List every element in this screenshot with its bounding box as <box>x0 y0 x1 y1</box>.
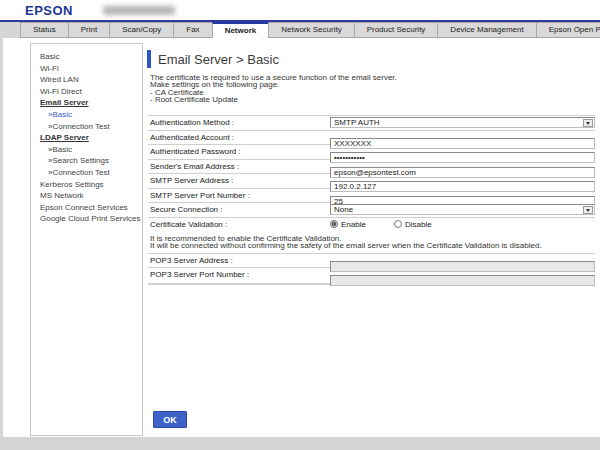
form-row-authenticated-password: Authenticated Password : <box>148 144 595 159</box>
sidebar-item-google-cloud-print-services[interactable]: Google Cloud Print Services <box>31 213 142 225</box>
tab-product-security[interactable]: Product Security <box>354 22 439 38</box>
sender-email-label: Sender's Email Address : <box>148 162 330 171</box>
tab-device-management[interactable]: Device Management <box>437 22 536 38</box>
epson-logo: EPSON <box>25 3 73 18</box>
sidebar-section-ldap-server[interactable]: LDAP Server <box>31 132 142 144</box>
form-row-sender-email: Sender's Email Address : <box>148 159 595 174</box>
chevron-down-icon[interactable] <box>583 119 593 127</box>
tab-epson-open-platform[interactable]: Epson Open Platform <box>536 22 600 38</box>
intro-line: - Root Certificate Update <box>150 96 397 103</box>
sidebar-item-ldap-search-settings[interactable]: »Search Settings <box>31 155 142 167</box>
secure-connection-select[interactable]: None <box>330 204 595 215</box>
form-row-certificate-validation: Certificate Validation : Enable Disable <box>148 217 595 232</box>
ok-button[interactable]: OK <box>153 411 187 428</box>
intro-text: The certificate is required to use a sec… <box>150 74 397 103</box>
certificate-validation-label: Certificate Validation : <box>148 220 330 229</box>
disable-radio-label: Disable <box>405 220 432 229</box>
sidebar-item-wired-lan[interactable]: Wired LAN <box>31 74 142 86</box>
enable-radio-label: Enable <box>341 220 366 229</box>
authentication-method-value: SMTP AUTH <box>334 118 380 127</box>
tab-network-security[interactable]: Network Security <box>268 22 354 38</box>
smtp-port-label: SMTP Server Port Number : <box>148 191 330 200</box>
certificate-validation-disable-option[interactable]: Disable <box>394 220 432 229</box>
pop3-address-label: POP3 Server Address : <box>148 256 330 265</box>
tab-status[interactable]: Status <box>20 22 69 38</box>
title-accent-bar <box>147 50 151 68</box>
sidebar-item-basic[interactable]: Basic <box>31 51 142 63</box>
tab-bar: Status Print Scan/Copy Fax Network Netwo… <box>0 22 600 38</box>
sidebar-section-email-server[interactable]: Email Server <box>31 97 142 109</box>
sidebar-item-email-server-basic[interactable]: »Basic <box>31 109 142 121</box>
pop3-port-label: POP3 Server Port Number : <box>148 270 330 279</box>
sidebar-item-ldap-connection-test[interactable]: »Connection Test <box>31 167 142 179</box>
sidebar-item-ldap-basic[interactable]: »Basic <box>31 144 142 156</box>
disable-radio[interactable] <box>394 220 402 228</box>
certificate-validation-radio-group: Enable Disable <box>330 219 595 230</box>
tab-network[interactable]: Network <box>212 22 270 38</box>
certificate-validation-enable-option[interactable]: Enable <box>330 220 366 229</box>
authenticated-account-label: Authenticated Account : <box>148 133 330 142</box>
authentication-method-label: Authentication Method : <box>148 118 330 127</box>
sidebar-item-epson-connect-services[interactable]: Epson Connect Services <box>31 202 142 214</box>
left-margin <box>0 38 3 450</box>
form-row-smtp-address: SMTP Server Address : <box>148 173 595 188</box>
header: EPSON <box>0 0 600 20</box>
form-row-pop3-port: POP3 Server Port Number : <box>148 267 595 282</box>
tab-fax[interactable]: Fax <box>173 22 212 38</box>
sidebar-item-wifi-direct[interactable]: Wi-Fi Direct <box>31 86 142 98</box>
sidebar-menu: Basic Wi-Fi Wired LAN Wi-Fi Direct Email… <box>30 43 143 436</box>
bottom-margin <box>0 437 600 450</box>
form-row-authentication-method: Authentication Method : SMTP AUTH <box>148 115 595 130</box>
authentication-method-select[interactable]: SMTP AUTH <box>330 117 595 128</box>
page-title: Email Server > Basic <box>158 52 279 67</box>
tab-scan-copy[interactable]: Scan/Copy <box>109 22 174 38</box>
model-name-redacted <box>103 6 175 15</box>
sidebar-item-kerberos-settings[interactable]: Kerberos Settings <box>31 179 142 191</box>
note-line: It will be connected without confirming … <box>150 242 595 250</box>
form-row-pop3-address: POP3 Server Address : <box>148 253 595 268</box>
smtp-address-label: SMTP Server Address : <box>148 176 330 185</box>
secure-connection-value: None <box>334 205 353 214</box>
form-row-authenticated-account: Authenticated Account : <box>148 130 595 145</box>
sidebar-item-ms-network[interactable]: MS Network <box>31 190 142 202</box>
tab-print[interactable]: Print <box>68 22 110 38</box>
email-server-form: Authentication Method : SMTP AUTH Authen… <box>148 115 595 285</box>
secure-connection-label: Secure Connection : <box>148 205 330 214</box>
chevron-down-icon[interactable] <box>583 206 593 214</box>
form-row-smtp-port: SMTP Server Port Number : <box>148 188 595 203</box>
form-row-secure-connection: Secure Connection : None <box>148 202 595 217</box>
sidebar-item-wifi[interactable]: Wi-Fi <box>31 63 142 75</box>
certificate-validation-note: It is recommended to enable the Certific… <box>148 231 595 253</box>
pop3-port-input <box>330 275 595 286</box>
authenticated-password-label: Authenticated Password : <box>148 147 330 156</box>
enable-radio[interactable] <box>330 220 338 228</box>
sidebar-item-email-server-connection-test[interactable]: »Connection Test <box>31 121 142 133</box>
